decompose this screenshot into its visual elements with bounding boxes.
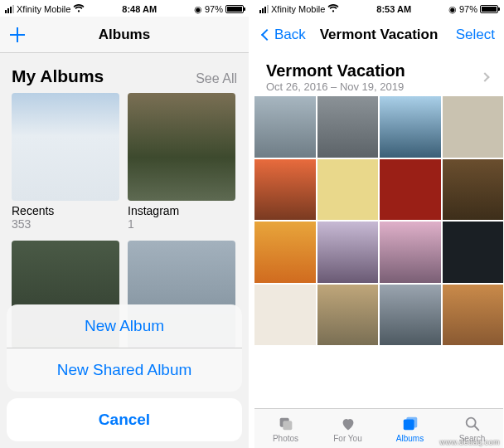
album-header-text: Vermont Vacation Oct 26, 2016 – Nov 19, … bbox=[266, 61, 405, 93]
photo-thumb[interactable] bbox=[380, 222, 441, 283]
album-thumb bbox=[12, 93, 119, 201]
for-you-tab-icon bbox=[338, 415, 358, 433]
status-right: ◉ 97% bbox=[448, 4, 498, 15]
album-item[interactable]: Recents 353 bbox=[12, 93, 119, 231]
photo-thumb[interactable] bbox=[380, 285, 441, 346]
svg-line-5 bbox=[474, 426, 478, 430]
photo-thumb[interactable] bbox=[254, 222, 316, 283]
battery-icon bbox=[225, 5, 244, 13]
photo-thumb[interactable] bbox=[254, 159, 316, 221]
status-bar: Xfinity Mobile 8:53 AM ◉ 97% bbox=[254, 0, 503, 17]
photo-thumb[interactable] bbox=[380, 159, 441, 221]
add-album-button[interactable] bbox=[8, 26, 27, 44]
signal-bars-icon bbox=[259, 5, 269, 13]
tab-albums[interactable]: Albums bbox=[379, 409, 441, 448]
tab-label: Photos bbox=[273, 434, 298, 443]
chevron-left-icon bbox=[261, 29, 273, 41]
alarm-icon: ◉ bbox=[448, 4, 457, 15]
watermark: www.deuaq.com bbox=[439, 438, 500, 446]
alarm-icon: ◉ bbox=[194, 4, 202, 15]
carrier-name: Xfinity Mobile bbox=[17, 4, 70, 14]
back-button[interactable]: Back bbox=[263, 27, 306, 43]
svg-rect-1 bbox=[283, 421, 292, 430]
sheet-cancel-group: Cancel bbox=[7, 398, 242, 441]
album-date-range: Oct 26, 2016 – Nov 19, 2019 bbox=[266, 80, 405, 93]
album-count: 353 bbox=[12, 217, 119, 231]
plus-icon bbox=[8, 26, 27, 44]
svg-rect-3 bbox=[406, 416, 417, 427]
tab-photos[interactable]: Photos bbox=[254, 409, 317, 448]
battery-pct: 97% bbox=[459, 4, 477, 14]
search-tab-icon bbox=[463, 415, 482, 433]
album-title: Vermont Vacation bbox=[266, 61, 405, 80]
battery-pct: 97% bbox=[205, 4, 223, 14]
wifi-icon bbox=[73, 4, 85, 14]
albums-tab-icon bbox=[400, 415, 420, 433]
tab-for-you[interactable]: For You bbox=[317, 409, 379, 448]
action-sheet: New Album New Shared Album Cancel bbox=[0, 298, 249, 448]
battery-icon bbox=[480, 5, 498, 13]
tab-label: Albums bbox=[396, 434, 424, 443]
back-label: Back bbox=[274, 27, 306, 43]
photo-thumb[interactable] bbox=[317, 222, 379, 283]
album-name: Recents bbox=[12, 204, 119, 217]
photo-thumb[interactable] bbox=[380, 96, 441, 158]
phone-album-detail-screen: Xfinity Mobile 8:53 AM ◉ 97% Back Vermon… bbox=[254, 0, 503, 448]
chevron-right-icon bbox=[480, 72, 489, 81]
photo-thumb[interactable] bbox=[317, 96, 379, 158]
photo-thumb[interactable] bbox=[443, 159, 504, 221]
nav-title: Vermont Vacation bbox=[320, 27, 439, 43]
sheet-group: New Album New Shared Album bbox=[7, 304, 242, 392]
wifi-icon bbox=[327, 4, 339, 14]
album-thumb bbox=[128, 93, 235, 201]
phone-albums-screen: Xfinity Mobile 8:48 AM ◉ 97% Albums My A… bbox=[0, 0, 249, 448]
nav-bar: Back Vermont Vacation Select bbox=[254, 17, 503, 53]
photos-tab-icon bbox=[276, 415, 296, 433]
select-button[interactable]: Select bbox=[456, 27, 495, 43]
photo-thumb[interactable] bbox=[254, 96, 316, 158]
album-count: 1 bbox=[128, 217, 235, 231]
status-time: 8:48 AM bbox=[85, 4, 194, 14]
section-title: My Albums bbox=[12, 66, 104, 86]
photo-thumb[interactable] bbox=[317, 159, 379, 221]
svg-point-4 bbox=[466, 417, 475, 426]
album-name: Instagram bbox=[128, 204, 235, 217]
see-all-link[interactable]: See All bbox=[196, 71, 237, 86]
tab-label: For You bbox=[333, 434, 361, 443]
status-bar: Xfinity Mobile 8:48 AM ◉ 97% bbox=[0, 0, 249, 17]
section-header: My Albums See All bbox=[0, 53, 249, 93]
status-right: ◉ 97% bbox=[194, 4, 244, 15]
photo-thumb[interactable] bbox=[254, 285, 316, 346]
status-time: 8:53 AM bbox=[339, 4, 448, 14]
photo-thumb[interactable] bbox=[443, 285, 504, 346]
cancel-button[interactable]: Cancel bbox=[7, 398, 242, 441]
photo-thumb[interactable] bbox=[443, 222, 504, 283]
nav-title: Albums bbox=[99, 27, 150, 43]
album-item[interactable]: Instagram 1 bbox=[128, 93, 235, 231]
photo-grid[interactable] bbox=[254, 95, 503, 345]
photo-thumb[interactable] bbox=[317, 285, 379, 346]
status-left: Xfinity Mobile bbox=[259, 4, 339, 14]
signal-bars-icon bbox=[5, 5, 14, 13]
album-header[interactable]: Vermont Vacation Oct 26, 2016 – Nov 19, … bbox=[254, 53, 503, 95]
new-shared-album-button[interactable]: New Shared Album bbox=[7, 348, 242, 392]
photo-thumb[interactable] bbox=[443, 96, 504, 158]
nav-bar: Albums bbox=[0, 17, 249, 53]
carrier-name: Xfinity Mobile bbox=[271, 4, 325, 14]
new-album-button[interactable]: New Album bbox=[7, 304, 242, 348]
album-row[interactable]: Recents 353 Instagram 1 R bbox=[0, 93, 249, 231]
status-left: Xfinity Mobile bbox=[5, 4, 85, 14]
